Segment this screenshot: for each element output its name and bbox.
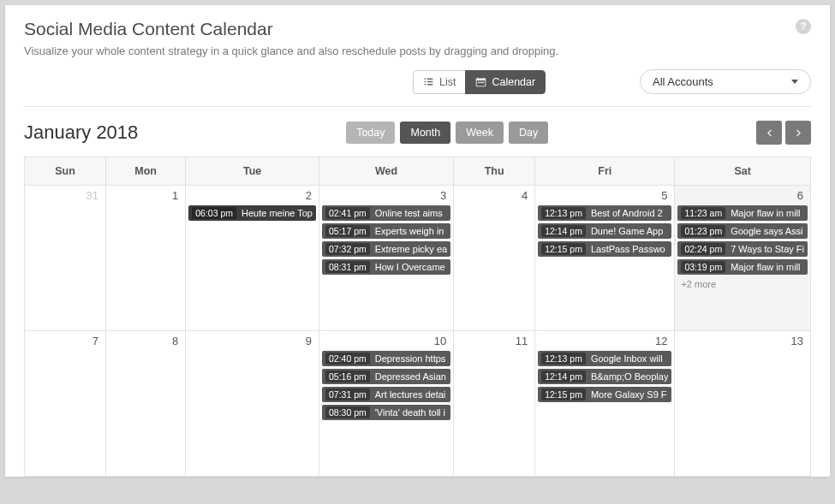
calendar-cell[interactable]: 611:23 amMajor flaw in mill01:23 pmGoogl… xyxy=(675,186,811,331)
day-number: 1 xyxy=(106,186,185,205)
day-number: 9 xyxy=(186,331,319,351)
calendar-view-label: Calendar xyxy=(492,76,535,88)
list-view-label: List xyxy=(439,76,456,88)
event-time: 12:14 pm xyxy=(541,371,586,382)
event-time: 05:17 pm xyxy=(325,225,370,237)
event-title: Online test aims xyxy=(375,208,443,218)
day-number: 13 xyxy=(675,331,810,351)
calendar-cell[interactable]: 1002:40 pmDepression https05:16 pmDepres… xyxy=(319,331,453,477)
day-number: 7 xyxy=(25,331,105,351)
calendar-cell[interactable]: 4 xyxy=(454,186,535,331)
chevron-down-icon xyxy=(791,80,798,84)
event-time: 12:15 pm xyxy=(541,388,586,400)
calendar-event[interactable]: 12:14 pmB&amp;O Beoplay xyxy=(538,369,671,384)
list-icon xyxy=(423,76,434,87)
next-button[interactable] xyxy=(785,121,811,145)
range-buttons: Today Month Week Day xyxy=(346,122,548,144)
chevron-right-icon xyxy=(793,127,804,139)
event-title: More Galaxy S9 F xyxy=(591,389,667,400)
calendar-cell[interactable]: 7 xyxy=(25,331,106,477)
event-time: 08:31 pm xyxy=(325,261,370,273)
calendar-cell[interactable]: 9 xyxy=(186,331,319,477)
event-title: Art lectures detai xyxy=(375,389,446,400)
calendar-event[interactable]: 02:41 pmOnline test aims xyxy=(322,205,450,221)
event-title: 'Vinta' death toll i xyxy=(375,407,445,418)
prev-button[interactable] xyxy=(756,121,782,145)
calendar-event[interactable]: 01:23 pmGoogle says Assi xyxy=(677,223,808,239)
day-number: 31 xyxy=(25,186,105,205)
list-view-button[interactable]: List xyxy=(413,70,466,94)
day-header: Mon xyxy=(105,157,185,186)
event-title: Extreme picky ea xyxy=(375,244,447,254)
calendar-view-button[interactable]: Calendar xyxy=(465,70,546,94)
calendar-event[interactable]: 05:17 pmExperts weigh in xyxy=(322,223,450,239)
event-time: 02:40 pm xyxy=(325,353,370,365)
calendar-icon xyxy=(475,76,486,87)
day-number: 2 xyxy=(186,186,319,205)
event-time: 08:30 pm xyxy=(325,406,370,418)
calendar-cell[interactable]: 302:41 pmOnline test aims05:17 pmExperts… xyxy=(319,186,453,331)
day-header: Thu xyxy=(454,157,535,186)
calendar-event[interactable]: 11:23 amMajor flaw in mill xyxy=(677,205,808,221)
calendar-event[interactable]: 12:13 pmBest of Android 2 xyxy=(538,205,671,221)
calendar-event[interactable]: 12:14 pmDune! Game App xyxy=(538,223,671,239)
calendar-event[interactable]: 03:19 pmMajor flaw in mill xyxy=(677,259,808,275)
view-toggle: List Calendar xyxy=(413,70,546,94)
calendar-cell[interactable]: 206:03 pmHeute meine Top xyxy=(186,186,319,331)
accounts-dropdown-label: All Accounts xyxy=(653,75,713,88)
calendar-cell[interactable]: 11 xyxy=(454,331,535,477)
week-button[interactable]: Week xyxy=(456,122,504,144)
day-header: Sat xyxy=(675,157,811,186)
calendar-event[interactable]: 08:31 pmHow I Overcame xyxy=(322,259,450,275)
calendar-event[interactable]: 12:13 pmGoogle Inbox will xyxy=(538,351,671,366)
calendar-event[interactable]: 02:24 pm7 Ways to Stay Fi xyxy=(677,241,808,257)
day-number: 3 xyxy=(319,186,453,205)
calendar-cell[interactable]: 1212:13 pmGoogle Inbox will12:14 pmB&amp… xyxy=(535,331,675,477)
calendar-event[interactable]: 12:15 pmMore Galaxy S9 F xyxy=(538,387,671,402)
event-title: 7 Ways to Stay Fi xyxy=(731,244,804,254)
event-time: 01:23 pm xyxy=(681,225,725,237)
event-title: Dune! Game App xyxy=(591,226,663,236)
event-time: 12:13 pm xyxy=(541,207,586,219)
chevron-left-icon xyxy=(764,127,775,139)
day-header: Wed xyxy=(319,157,453,186)
help-icon[interactable]: ? xyxy=(796,19,811,34)
day-header: Tue xyxy=(186,157,319,186)
calendar-cell[interactable]: 8 xyxy=(105,331,185,477)
accounts-dropdown[interactable]: All Accounts xyxy=(640,69,811,94)
event-title: Major flaw in mill xyxy=(731,208,800,218)
calendar-grid: SunMonTueWedThuFriSat 311206:03 pmHeute … xyxy=(24,157,811,477)
calendar-cell[interactable]: 512:13 pmBest of Android 212:14 pmDune! … xyxy=(535,186,675,331)
calendar-event[interactable]: 07:32 pmExtreme picky ea xyxy=(322,241,450,257)
calendar-event[interactable]: 08:30 pm'Vinta' death toll i xyxy=(322,405,450,420)
day-number: 8 xyxy=(106,331,185,351)
event-title: Major flaw in mill xyxy=(731,262,800,272)
calendar-event[interactable]: 05:16 pmDepressed Asian xyxy=(322,369,450,384)
day-number: 10 xyxy=(319,331,453,351)
event-time: 02:41 pm xyxy=(325,207,370,219)
calendar-cell[interactable]: 31 xyxy=(25,186,106,331)
event-time: 03:19 pm xyxy=(681,261,725,273)
event-time: 06:03 pm xyxy=(192,207,236,219)
more-events-link[interactable]: +2 more xyxy=(677,277,808,291)
day-number: 5 xyxy=(535,186,674,205)
day-number: 6 xyxy=(675,186,810,205)
page-title: Social Media Content Calendar xyxy=(24,19,811,39)
event-title: Experts weigh in xyxy=(375,226,444,236)
month-button[interactable]: Month xyxy=(400,122,450,144)
calendar-event[interactable]: 02:40 pmDepression https xyxy=(322,351,450,366)
calendar-event[interactable]: 06:03 pmHeute meine Top xyxy=(188,205,316,221)
nav-buttons xyxy=(756,121,811,145)
calendar-cell[interactable]: 13 xyxy=(675,331,811,477)
event-title: How I Overcame xyxy=(375,262,445,272)
calendar-cell[interactable]: 1 xyxy=(105,186,185,331)
event-time: 12:14 pm xyxy=(541,225,586,237)
today-button[interactable]: Today xyxy=(346,122,395,144)
calendar-event[interactable]: 07:31 pmArt lectures detai xyxy=(322,387,450,402)
day-button[interactable]: Day xyxy=(509,122,548,144)
page-subtitle: Visualize your whole content strategy in… xyxy=(24,44,811,57)
event-title: Google Inbox will xyxy=(591,353,663,364)
event-time: 11:23 am xyxy=(681,207,725,219)
month-label: January 2018 xyxy=(24,122,138,144)
calendar-event[interactable]: 12:15 pmLastPass Passwo xyxy=(538,241,671,257)
